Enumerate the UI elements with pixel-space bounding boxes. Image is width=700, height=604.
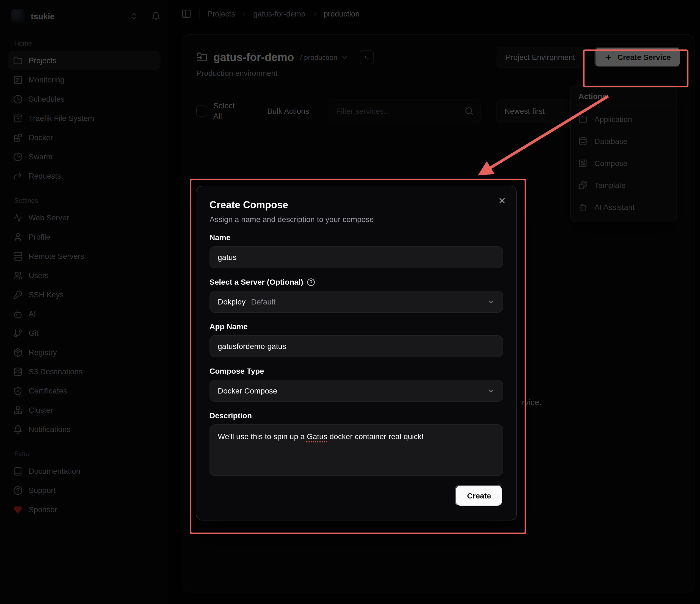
annotation-box-modal: [190, 179, 526, 534]
annotation-box-create-service: [583, 50, 689, 87]
